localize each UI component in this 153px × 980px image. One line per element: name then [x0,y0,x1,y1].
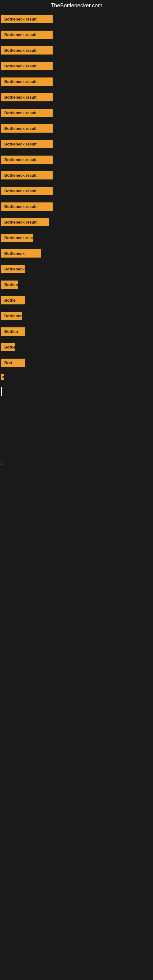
bottleneck-item-7: Bottleneck result [1,109,153,117]
bottleneck-badge-6[interactable]: Bottleneck result [1,93,53,101]
row-wrapper-23: Bott [0,355,153,371]
row-wrapper-8: Bottleneck result [0,121,153,136]
bottleneck-item-5: Bottleneck result [1,78,153,86]
bottleneck-item-21: Bottlen [1,328,153,336]
bottleneck-item-19: Bottle [1,296,153,304]
row-wrapper-15: Bottleneck resu [0,230,153,246]
bottleneck-badge-7[interactable]: Bottleneck result [1,109,53,117]
bottleneck-badge-22[interactable]: Bottleneck [1,343,15,351]
cursor-area [0,384,153,396]
bottleneck-badge-15[interactable]: Bottleneck resu [1,234,33,242]
bottleneck-list: Bottleneck resultBottleneck resultBottle… [0,11,153,384]
site-title-text: TheBottlenecker.com [51,2,102,9]
bottleneck-item-1: Bottleneck result [1,15,153,23]
bottleneck-item-8: Bottleneck result [1,124,153,133]
row-wrapper-10: Bottleneck result [0,152,153,167]
row-wrapper-12: Bottleneck result [0,183,153,199]
spacer-1 [0,396,153,414]
bottleneck-item-12: Bottleneck result [1,187,153,195]
bottleneck-badge-1[interactable]: Bottleneck result [1,15,53,23]
row-wrapper-20: Bottlenec [0,308,153,324]
spacer-5 [0,484,153,503]
row-wrapper-22: Bottleneck [0,339,153,355]
row-wrapper-6: Bottleneck result [0,89,153,105]
bottleneck-badge-2[interactable]: Bottleneck result [1,30,53,39]
row-wrapper-9: Bottleneck result [0,136,153,152]
bottleneck-badge-5[interactable]: Bottleneck result [1,78,53,86]
bottleneck-badge-18[interactable]: Bottlenec [1,280,18,289]
bottleneck-badge-9[interactable]: Bottleneck result [1,140,53,148]
bottleneck-item-4: Bottleneck result [1,62,153,70]
spacer-7 [0,521,153,539]
bottleneck-item-13: Bottleneck result [1,202,153,211]
bottleneck-badge-14[interactable]: Bottleneck result [1,218,49,226]
row-wrapper-13: Bottleneck result [0,199,153,215]
row-wrapper-14: Bottleneck result [0,215,153,230]
row-wrapper-19: Bottle [0,293,153,308]
row-wrapper-2: Bottleneck result [0,27,153,43]
bottleneck-badge-11[interactable]: Bottleneck result [1,171,53,180]
spacer-4 [0,466,153,484]
bottom-char: c [1,461,2,466]
row-wrapper-3: Bottleneck result [0,43,153,58]
row-wrapper-4: Bottleneck result [0,58,153,74]
row-wrapper-11: Bottleneck result [0,167,153,183]
bottleneck-badge-8[interactable]: Bottleneck result [1,124,53,133]
bottleneck-badge-13[interactable]: Bottleneck result [1,202,53,211]
row-wrapper-7: Bottleneck result [0,105,153,121]
row-wrapper-18: Bottlenec [0,277,153,293]
bottom-section: c [0,451,153,539]
cursor-line [1,387,2,396]
bottleneck-item-2: Bottleneck result [1,30,153,39]
bottleneck-item-20: Bottlenec [1,312,153,320]
bottleneck-badge-17[interactable]: Bottleneck re [1,265,25,273]
bottleneck-item-22: Bottleneck [1,343,153,351]
row-wrapper-16: Bottleneck [0,246,153,261]
bottleneck-badge-3[interactable]: Bottleneck result [1,46,53,54]
bottleneck-item-15: Bottleneck resu [1,234,153,242]
bottleneck-item-17: Bottleneck re [1,265,153,273]
bottleneck-badge-20[interactable]: Bottlenec [1,312,22,320]
bottleneck-badge-4[interactable]: Bottleneck result [1,62,53,70]
bottleneck-item-10: Bottleneck result [1,156,153,164]
bottleneck-item-16: Bottleneck [1,249,153,258]
bottleneck-badge-19[interactable]: Bottle [1,296,25,304]
bottleneck-badge-16[interactable]: Bottleneck [1,249,41,258]
bottleneck-badge-23[interactable]: Bott [1,359,25,367]
spacer-3 [0,433,153,451]
row-wrapper-5: Bottleneck result [0,74,153,89]
site-title: TheBottlenecker.com [0,0,153,11]
row-wrapper-21: Bottlen [0,324,153,339]
bottleneck-item-14: Bottleneck result [1,218,153,226]
bottleneck-badge-21[interactable]: Bottlen [1,328,25,336]
row-wrapper-24: Bottlenec [0,371,153,384]
row-wrapper-1: Bottleneck result [0,11,153,27]
row-wrapper-17: Bottleneck re [0,261,153,277]
bottleneck-badge-10[interactable]: Bottleneck result [1,156,53,164]
bottleneck-item-3: Bottleneck result [1,46,153,54]
bottleneck-item-6: Bottleneck result [1,93,153,101]
spacer-6 [0,503,153,521]
bottleneck-badge-24[interactable]: Bottlenec [1,374,4,380]
bottleneck-item-9: Bottleneck result [1,140,153,148]
spacer-2 [0,414,153,433]
bottleneck-item-11: Bottleneck result [1,171,153,180]
bottleneck-item-23: Bott [1,359,153,367]
bottleneck-badge-12[interactable]: Bottleneck result [1,187,53,195]
bottleneck-item-18: Bottlenec [1,280,153,289]
bottleneck-item-24: Bottlenec [1,374,153,380]
